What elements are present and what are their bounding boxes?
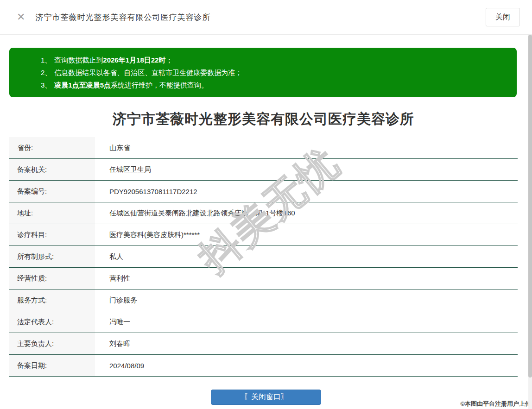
row-value: 刘春晖 [95, 333, 518, 354]
table-row-business-nature: 经营性质: 营利性 [9, 268, 518, 289]
table-row-province: 省份: 山东省 [9, 137, 518, 159]
header-title: 济宁市荃薇时光整形美容有限公司医疗美容诊所 [35, 12, 210, 23]
row-label: 诊疗科目: [9, 224, 95, 245]
notice-line-3-bold: 凌晨1点至凌晨5点 [54, 81, 111, 89]
row-value: 冯唯一 [95, 311, 518, 333]
notice-box: 1、查询数据截止到2026年1月18日22时； 2、信息数据结果以各省、自治区、… [9, 48, 517, 97]
notice-line-1: 1、查询数据截止到2026年1月18日22时； [41, 54, 507, 66]
scrollbar-track[interactable] [528, 35, 532, 409]
header-bar: ✕ 济宁市荃薇时光整形美容有限公司医疗美容诊所 关闭 [0, 0, 532, 35]
row-label: 备案机关: [9, 159, 95, 180]
table-row-legal-representative: 法定代表人: 冯唯一 [9, 311, 518, 333]
row-label: 主要负责人: [9, 333, 95, 354]
header-close-button[interactable]: 关闭 [486, 8, 520, 26]
notice-line-1-bold: 2026年1月18日22时 [103, 56, 165, 64]
scrollbar-thumb[interactable] [528, 35, 532, 378]
table-row-ownership-form: 所有制形式: 私人 [9, 246, 518, 268]
row-value: 营利性 [95, 268, 518, 289]
row-value: 任城区卫生局 [95, 159, 518, 180]
row-label: 地址: [9, 202, 95, 224]
table-row-treatment-subjects: 诊疗科目: 医疗美容科(美容皮肤科)****** [9, 224, 518, 246]
row-value: 私人 [95, 246, 518, 267]
close-x-icon[interactable]: ✕ [17, 12, 25, 22]
notice-line-2: 2、信息数据结果以各省、自治区、直辖市卫生健康委数据为准； [41, 66, 507, 79]
row-label: 经营性质: [9, 268, 95, 289]
close-window-button[interactable]: 〖关闭窗口〗 [211, 390, 321, 405]
row-label: 备案日期: [9, 355, 95, 376]
table-row-filing-date: 备案日期: 2024/08/09 [9, 355, 518, 377]
row-value: PDY92056137081117D2212 [95, 181, 518, 202]
detail-table: 省份: 山东省 备案机关: 任城区卫生局 备案编号: PDY9205613708… [9, 137, 518, 377]
row-label: 所有制形式: [9, 246, 95, 267]
row-label: 法定代表人: [9, 311, 95, 333]
table-row-principal: 主要负责人: 刘春晖 [9, 333, 518, 355]
notice-line-2-pre: 信息数据结果以各省、自治区、直辖市卫生健康委数据为准； [54, 69, 242, 76]
notice-line-3-num: 3、 [41, 81, 51, 89]
row-value: 医疗美容科(美容皮肤科)****** [95, 224, 518, 245]
table-row-filing-authority: 备案机关: 任城区卫生局 [9, 159, 518, 181]
copyright-stamp: ©本图由平台注册用户上传 [460, 400, 531, 408]
row-value: 2024/08/09 [95, 355, 518, 376]
page-title: 济宁市荃薇时光整形美容有限公司医疗美容诊所 [0, 110, 527, 128]
notice-line-1-pre: 查询数据截止到 [54, 56, 103, 64]
notice-line-2-num: 2、 [41, 69, 51, 76]
footer: 〖关闭窗口〗 [0, 390, 532, 405]
row-value: 山东省 [95, 137, 518, 158]
row-value: 任城区仙营街道吴泰闸路北建设北路领秀庄园二期11号楼160 [95, 202, 518, 224]
row-label: 省份: [9, 137, 95, 158]
table-row-service-mode: 服务方式: 门诊服务 [9, 289, 518, 311]
row-label: 备案编号: [9, 181, 95, 202]
notice-line-1-post: ； [165, 56, 172, 64]
table-row-address: 地址: 任城区仙营街道吴泰闸路北建设北路领秀庄园二期11号楼160 [9, 202, 518, 224]
notice-line-3-post: 系统进行维护，不能提供查询。 [111, 81, 208, 89]
notice-line-1-num: 1、 [41, 56, 51, 64]
notice-line-3: 3、凌晨1点至凌晨5点系统进行维护，不能提供查询。 [41, 79, 507, 91]
row-value: 门诊服务 [95, 289, 518, 311]
row-label: 服务方式: [9, 289, 95, 311]
table-row-filing-number: 备案编号: PDY92056137081117D2212 [9, 181, 518, 202]
